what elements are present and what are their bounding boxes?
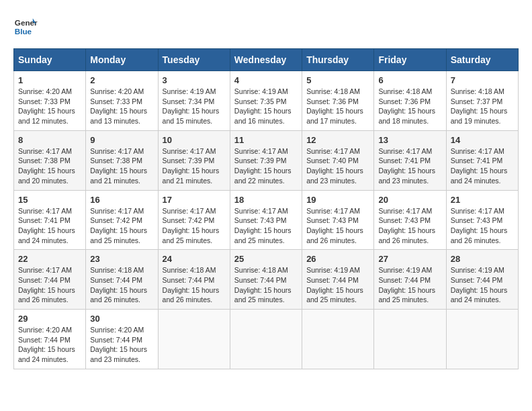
day-number: 28 <box>451 254 514 264</box>
day-number: 3 <box>163 75 226 85</box>
calendar-cell: 10Sunrise: 4:17 AM Sunset: 7:39 PM Dayli… <box>158 130 230 190</box>
calendar-cell: 23Sunrise: 4:18 AM Sunset: 7:44 PM Dayli… <box>86 250 158 310</box>
day-number: 30 <box>90 314 153 324</box>
day-number: 26 <box>306 254 369 264</box>
weekday-header-tuesday: Tuesday <box>158 49 230 71</box>
calendar-cell: 27Sunrise: 4:19 AM Sunset: 7:44 PM Dayli… <box>374 250 446 310</box>
calendar-cell: 5Sunrise: 4:18 AM Sunset: 7:36 PM Daylig… <box>302 71 374 131</box>
day-info: Sunrise: 4:17 AM Sunset: 7:43 PM Dayligh… <box>451 206 514 246</box>
weekday-header-monday: Monday <box>86 49 158 71</box>
logo-icon: General Blue <box>13 13 38 38</box>
calendar-cell <box>374 310 446 369</box>
day-info: Sunrise: 4:20 AM Sunset: 7:33 PM Dayligh… <box>18 87 81 126</box>
calendar-cell: 4Sunrise: 4:19 AM Sunset: 7:35 PM Daylig… <box>230 71 302 131</box>
weekday-header-sunday: Sunday <box>14 49 86 71</box>
day-info: Sunrise: 4:18 AM Sunset: 7:37 PM Dayligh… <box>451 87 514 126</box>
day-number: 18 <box>234 195 298 205</box>
day-info: Sunrise: 4:17 AM Sunset: 7:44 PM Dayligh… <box>18 265 81 305</box>
calendar-cell: 2Sunrise: 4:20 AM Sunset: 7:33 PM Daylig… <box>86 71 158 131</box>
day-info: Sunrise: 4:17 AM Sunset: 7:41 PM Dayligh… <box>18 206 81 246</box>
calendar-cell: 8Sunrise: 4:17 AM Sunset: 7:38 PM Daylig… <box>14 130 86 190</box>
day-number: 2 <box>90 75 153 85</box>
day-info: Sunrise: 4:17 AM Sunset: 7:41 PM Dayligh… <box>451 146 514 186</box>
day-number: 22 <box>18 254 81 264</box>
day-info: Sunrise: 4:19 AM Sunset: 7:35 PM Dayligh… <box>234 87 298 126</box>
calendar-cell: 30Sunrise: 4:20 AM Sunset: 7:44 PM Dayli… <box>86 310 158 369</box>
day-number: 10 <box>163 135 226 145</box>
day-info: Sunrise: 4:17 AM Sunset: 7:38 PM Dayligh… <box>18 146 81 186</box>
day-info: Sunrise: 4:19 AM Sunset: 7:44 PM Dayligh… <box>378 265 441 305</box>
day-info: Sunrise: 4:17 AM Sunset: 7:43 PM Dayligh… <box>378 206 441 246</box>
day-number: 4 <box>234 75 298 85</box>
day-info: Sunrise: 4:17 AM Sunset: 7:40 PM Dayligh… <box>306 146 369 186</box>
day-info: Sunrise: 4:17 AM Sunset: 7:43 PM Dayligh… <box>306 206 369 246</box>
weekday-header-friday: Friday <box>374 49 446 71</box>
calendar-cell: 20Sunrise: 4:17 AM Sunset: 7:43 PM Dayli… <box>374 190 446 250</box>
day-info: Sunrise: 4:17 AM Sunset: 7:39 PM Dayligh… <box>163 146 226 186</box>
calendar-table: SundayMondayTuesdayWednesdayThursdayFrid… <box>13 48 519 369</box>
day-info: Sunrise: 4:18 AM Sunset: 7:36 PM Dayligh… <box>306 87 369 126</box>
day-number: 9 <box>90 135 153 145</box>
calendar-cell: 28Sunrise: 4:19 AM Sunset: 7:44 PM Dayli… <box>446 250 518 310</box>
header: General Blue <box>13 13 519 38</box>
calendar-cell <box>302 310 374 369</box>
weekday-header-wednesday: Wednesday <box>230 49 302 71</box>
calendar-cell: 1Sunrise: 4:20 AM Sunset: 7:33 PM Daylig… <box>14 71 86 131</box>
calendar-cell: 7Sunrise: 4:18 AM Sunset: 7:37 PM Daylig… <box>446 71 518 131</box>
calendar-cell: 12Sunrise: 4:17 AM Sunset: 7:40 PM Dayli… <box>302 130 374 190</box>
day-number: 6 <box>378 75 441 85</box>
day-number: 25 <box>234 254 298 264</box>
calendar-cell: 3Sunrise: 4:19 AM Sunset: 7:34 PM Daylig… <box>158 71 230 131</box>
day-number: 20 <box>378 195 441 205</box>
day-number: 24 <box>163 254 226 264</box>
calendar-cell: 17Sunrise: 4:17 AM Sunset: 7:42 PM Dayli… <box>158 190 230 250</box>
day-info: Sunrise: 4:17 AM Sunset: 7:41 PM Dayligh… <box>378 146 441 186</box>
day-number: 7 <box>451 75 514 85</box>
day-info: Sunrise: 4:19 AM Sunset: 7:34 PM Dayligh… <box>163 87 226 126</box>
svg-text:Blue: Blue <box>15 27 32 36</box>
calendar-cell: 21Sunrise: 4:17 AM Sunset: 7:43 PM Dayli… <box>446 190 518 250</box>
calendar-cell: 22Sunrise: 4:17 AM Sunset: 7:44 PM Dayli… <box>14 250 86 310</box>
calendar-cell <box>230 310 302 369</box>
calendar-cell: 15Sunrise: 4:17 AM Sunset: 7:41 PM Dayli… <box>14 190 86 250</box>
day-number: 5 <box>306 75 369 85</box>
weekday-header-saturday: Saturday <box>446 49 518 71</box>
day-info: Sunrise: 4:18 AM Sunset: 7:44 PM Dayligh… <box>234 265 298 305</box>
calendar-cell: 11Sunrise: 4:17 AM Sunset: 7:39 PM Dayli… <box>230 130 302 190</box>
calendar-cell <box>446 310 518 369</box>
day-info: Sunrise: 4:17 AM Sunset: 7:42 PM Dayligh… <box>90 206 153 246</box>
day-info: Sunrise: 4:20 AM Sunset: 7:44 PM Dayligh… <box>90 325 153 365</box>
day-info: Sunrise: 4:17 AM Sunset: 7:42 PM Dayligh… <box>163 206 226 246</box>
day-info: Sunrise: 4:20 AM Sunset: 7:33 PM Dayligh… <box>90 87 153 126</box>
calendar-cell: 26Sunrise: 4:19 AM Sunset: 7:44 PM Dayli… <box>302 250 374 310</box>
day-info: Sunrise: 4:19 AM Sunset: 7:44 PM Dayligh… <box>451 265 514 305</box>
day-number: 29 <box>18 314 81 324</box>
day-info: Sunrise: 4:20 AM Sunset: 7:44 PM Dayligh… <box>18 325 81 365</box>
calendar-cell: 29Sunrise: 4:20 AM Sunset: 7:44 PM Dayli… <box>14 310 86 369</box>
day-number: 15 <box>18 195 81 205</box>
calendar-cell <box>158 310 230 369</box>
day-info: Sunrise: 4:17 AM Sunset: 7:43 PM Dayligh… <box>234 206 298 246</box>
day-number: 1 <box>18 75 81 85</box>
day-number: 12 <box>306 135 369 145</box>
day-number: 13 <box>378 135 441 145</box>
calendar-cell: 18Sunrise: 4:17 AM Sunset: 7:43 PM Dayli… <box>230 190 302 250</box>
day-number: 27 <box>378 254 441 264</box>
day-number: 23 <box>90 254 153 264</box>
day-number: 8 <box>18 135 81 145</box>
calendar-cell: 9Sunrise: 4:17 AM Sunset: 7:38 PM Daylig… <box>86 130 158 190</box>
day-number: 21 <box>451 195 514 205</box>
day-number: 11 <box>234 135 298 145</box>
calendar-cell: 25Sunrise: 4:18 AM Sunset: 7:44 PM Dayli… <box>230 250 302 310</box>
day-info: Sunrise: 4:17 AM Sunset: 7:39 PM Dayligh… <box>234 146 298 186</box>
day-info: Sunrise: 4:18 AM Sunset: 7:36 PM Dayligh… <box>378 87 441 126</box>
day-info: Sunrise: 4:18 AM Sunset: 7:44 PM Dayligh… <box>163 265 226 305</box>
day-number: 19 <box>306 195 369 205</box>
calendar-cell: 16Sunrise: 4:17 AM Sunset: 7:42 PM Dayli… <box>86 190 158 250</box>
day-info: Sunrise: 4:17 AM Sunset: 7:38 PM Dayligh… <box>90 146 153 186</box>
weekday-header-thursday: Thursday <box>302 49 374 71</box>
day-info: Sunrise: 4:18 AM Sunset: 7:44 PM Dayligh… <box>90 265 153 305</box>
calendar-cell: 24Sunrise: 4:18 AM Sunset: 7:44 PM Dayli… <box>158 250 230 310</box>
calendar-cell: 6Sunrise: 4:18 AM Sunset: 7:36 PM Daylig… <box>374 71 446 131</box>
day-number: 17 <box>163 195 226 205</box>
